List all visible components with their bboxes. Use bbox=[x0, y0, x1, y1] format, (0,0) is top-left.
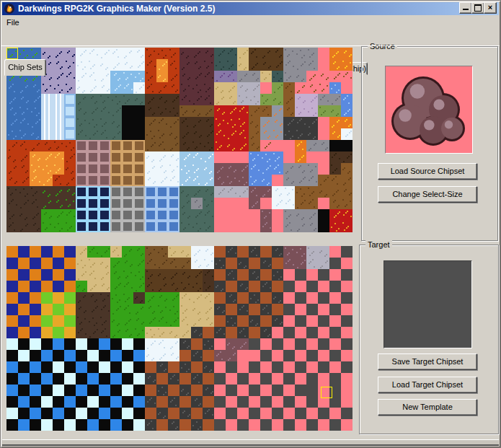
minimize-button[interactable] bbox=[459, 2, 472, 14]
load-target-chipset-button[interactable]: Load Target Chipset bbox=[378, 377, 477, 393]
tab-strip-underline bbox=[1, 45, 500, 46]
window-title: Darkwings RPG2K Graphics Maker (Version … bbox=[18, 4, 215, 14]
save-target-chipset-button[interactable]: Save Target Chipset bbox=[378, 353, 477, 370]
minimize-icon bbox=[463, 9, 469, 10]
maximize-icon bbox=[474, 4, 482, 12]
target-group-label: Target bbox=[365, 240, 392, 249]
window-bottom-edge bbox=[2, 439, 499, 446]
change-select-size-button[interactable]: Change Select-Size bbox=[378, 186, 477, 203]
source-group-label: Source bbox=[368, 42, 397, 50]
target-chipset-canvas[interactable] bbox=[6, 246, 353, 431]
source-chipset-canvas[interactable] bbox=[6, 48, 353, 232]
source-tile-preview bbox=[385, 66, 473, 154]
darkwings-flame-icon bbox=[4, 4, 14, 14]
tab-chip-sets[interactable]: Chip Sets bbox=[4, 59, 46, 76]
new-template-button[interactable]: New Template bbox=[378, 399, 477, 416]
load-source-chipset-button[interactable]: Load Source Chipset bbox=[378, 163, 477, 180]
close-icon: × bbox=[488, 3, 492, 12]
menu-bar: File bbox=[2, 15, 499, 29]
title-bar[interactable]: Darkwings RPG2K Graphics Maker (Version … bbox=[2, 2, 499, 15]
source-group: Source Load Source Chipset Change Select… bbox=[361, 46, 498, 241]
target-tile-preview bbox=[383, 260, 472, 348]
target-group: Target Save Target Chipset Load Target C… bbox=[359, 245, 499, 434]
tab-bar: Chip SetsChar SetsFace SetsSystem SetsBa… bbox=[0, 30, 501, 46]
menu-item-file[interactable]: File bbox=[2, 16, 24, 27]
maximize-button[interactable] bbox=[471, 2, 484, 14]
close-button[interactable]: × bbox=[484, 2, 497, 14]
